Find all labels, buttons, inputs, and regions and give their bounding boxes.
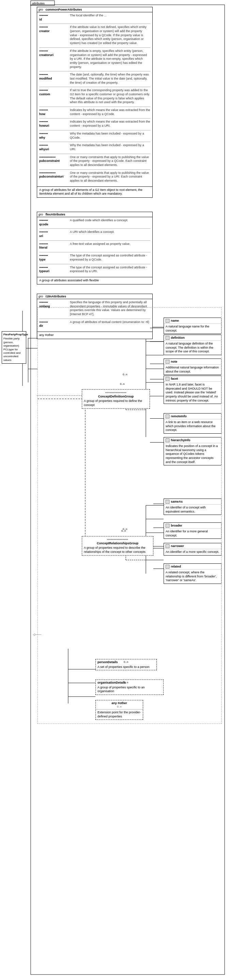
stereotype-gro: gro [38,8,43,11]
attr-pubconstraint: ▪▪▪▪▪▪▪▪▪▪▪▪▪▪▪pubconstraint One or many… [39,155,150,167]
attr-type: ▪▪▪▪▪▪▪▪type The type of the concept ass… [39,254,150,262]
attr-typeuri: ▪▪▪▪▪▪▪▪typeuri The type of the concept … [39,266,150,274]
arrow-left: ◁—— [33,633,41,636]
common-power-attributes-box: gro commonPowerAttributes ▪▪▪▪▪▪▪▪id The… [37,7,153,198]
flex-attributes-box: gro flexAttributes ▪▪▪▪▪▪▪▪qcode A quali… [37,212,153,285]
attr-pubconstrainturi: ▪▪▪▪▪▪▪▪▪▪▪▪▪▪▪pubconstrainturi One or m… [39,171,150,183]
flex-attributes-name: flexAttributes [46,213,65,216]
attr-custom: ▪▪▪▪▪▪▪▪custom If set to true the corres… [39,88,150,105]
i18n-attributes-title: gro i18nAttributes [37,294,152,299]
svg-text:attributes: attributes [32,2,45,5]
flex-party-prop-type-name: FlexPartyPropType [3,333,25,336]
attr-creator: ▪▪▪▪▪▪▪▪creator If the attribute value i… [39,25,150,45]
attr-how: ▪▪▪▪▪▪▪▪how Indicates by which means the… [39,108,150,116]
common-power-attributes-body: ▪▪▪▪▪▪▪▪id The local identifier of the .… [37,12,152,186]
attr-modified: ▪▪▪▪▪▪▪▪modified The date (and, optional… [39,73,150,85]
svg-rect-0 [31,1,54,5]
connector-h-left-bot [28,369,38,369]
attr-uri: ▪▪▪▪▪▪▪▪uri A URI which identifies a con… [39,230,150,238]
attr-whyuri: ▪▪▪▪▪▪▪▪whyuri Why the metadata has been… [39,143,150,151]
main-container-box [38,307,222,724]
attr-howuri: ▪▪▪▪▪▪▪▪howuri Indicates by which means … [39,120,150,128]
attr-literal: ▪▪▪▪▪▪▪▪literal A free-text value assign… [39,242,150,250]
flex-stereotype: gro [38,213,43,216]
i18n-stereotype: gro [38,295,43,298]
common-power-attributes-name: commonPowerAttributes [46,8,82,11]
common-power-attributes-title: gro commonPowerAttributes [37,7,152,12]
flex-party-prop-type-desc: Flexible party (person, organisation) PC… [3,337,25,362]
diagram-container: attributes [0,0,228,980]
i18n-attributes-name: i18nAttributes [46,295,66,298]
flex-party-prop-type-label: FlexPartyPropType Flexible party (person… [2,331,26,364]
attr-id: ▪▪▪▪▪▪▪▪id The local identifier of the .… [39,14,150,22]
flex-attributes-footer: A group of attributes associated with fl… [37,277,152,284]
flex-attributes-title: gro flexAttributes [37,212,152,217]
flex-attributes-body: ▪▪▪▪▪▪▪▪qcode A qualified code which ide… [37,217,152,277]
attr-qcode: ▪▪▪▪▪▪▪▪qcode A qualified code which ide… [39,218,150,226]
attr-why: ▪▪▪▪▪▪▪▪why Why the metadata has been in… [39,132,150,140]
attr-creatoruri: ▪▪▪▪▪▪▪▪creatoruri If the attribute is e… [39,49,150,69]
common-power-attributes-footer: A group of attributes for all elements o… [37,186,152,197]
